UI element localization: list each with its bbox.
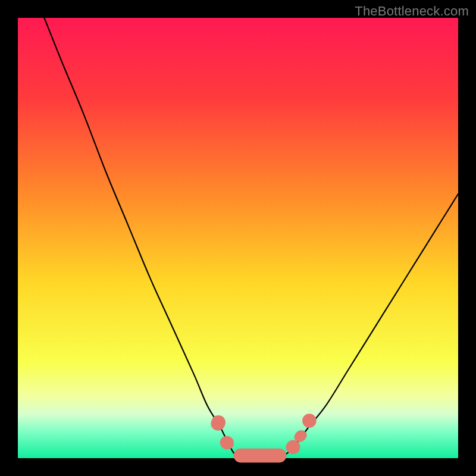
plot-area	[18, 18, 458, 458]
chart-svg	[18, 18, 458, 458]
marker-dot	[286, 440, 300, 455]
outer-frame: TheBottleneck.com	[0, 0, 476, 476]
watermark-text: TheBottleneck.com	[355, 4, 469, 19]
marker-capsule	[218, 434, 236, 451]
marker-capsule	[234, 449, 287, 463]
marker-dot	[302, 414, 317, 428]
marker-capsule	[209, 413, 228, 433]
bottleneck-curve	[44, 18, 458, 457]
marker-group	[209, 413, 317, 462]
